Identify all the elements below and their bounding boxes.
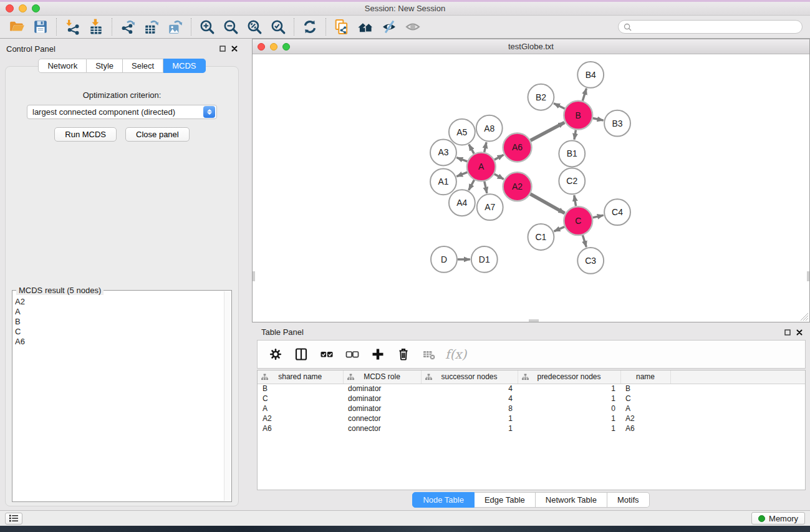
column-header-name[interactable]: name [620,370,670,384]
tab-mcds[interactable]: MCDS [163,59,205,73]
graph-node-D1[interactable]: D1 [471,246,498,273]
table-cell[interactable]: dominator [343,404,421,414]
graph-node-C[interactable]: C [564,206,592,235]
table-cell[interactable]: A [620,404,670,414]
home-button[interactable] [354,17,377,36]
table-cell[interactable]: 1 [421,414,518,423]
close-panel-icon[interactable] [796,329,803,336]
mcds-result-item[interactable]: A2 [15,297,224,307]
table-row[interactable]: Adominator80A [258,404,805,414]
delete-table-button[interactable] [417,344,440,365]
save-session-button[interactable] [29,17,52,36]
network-canvas[interactable]: B4B2BB3A5A8A6B1A3AA1C2A2A4A7C4CC1C3DD1 [253,54,809,322]
graph-node-B2[interactable]: B2 [528,84,554,110]
table-row[interactable]: A6connector11A6 [258,423,805,433]
refresh-button[interactable] [298,17,322,36]
export-image-button[interactable] [163,17,187,36]
tab-select[interactable]: Select [123,59,163,73]
table-row[interactable]: Bdominator41B [258,384,805,394]
graph-node-C2[interactable]: C2 [559,168,585,194]
canvas-scrollbar-right[interactable] [807,271,809,281]
optimization-criterion-select[interactable]: largest connected component (directed) [27,105,217,119]
table-cell[interactable]: 1 [518,423,620,433]
graph-edge-A-A2[interactable] [494,174,504,179]
graph-edge-B-B3[interactable] [593,118,604,120]
mcds-result-item[interactable]: A [15,307,224,317]
zoom-out-button[interactable] [219,17,243,36]
memory-button[interactable]: Memory [751,512,805,525]
graph-edge-A-A4[interactable] [469,180,475,190]
graph-node-C3[interactable]: C3 [577,248,604,274]
graph-node-B1[interactable]: B1 [559,141,585,167]
tab-motifs[interactable]: Motifs [607,492,650,508]
graph-node-C4[interactable]: C4 [604,199,630,225]
graph-edge-C-C1[interactable] [554,227,564,231]
table-cell[interactable]: 1 [518,394,620,404]
table-cell[interactable]: dominator [343,394,421,404]
graph-node-B4[interactable]: B4 [577,62,604,88]
export-table-button[interactable] [140,17,163,36]
table-cell[interactable]: dominator [343,384,421,394]
table-cell[interactable]: B [620,384,670,394]
graph-edge-A-A3[interactable] [456,158,467,162]
graph-edge-B-B4[interactable] [582,89,586,101]
table-cell[interactable]: 4 [421,384,518,394]
graph-node-A8[interactable]: A8 [476,115,503,142]
run-mcds-button[interactable]: Run MCDS [54,127,117,142]
table-row[interactable]: A2connector11A2 [258,414,805,423]
hide-details-button[interactable] [377,17,401,36]
graph-node-B[interactable]: B [564,101,592,130]
table-row[interactable]: Cdominator41C [258,394,805,404]
select-all-columns-button[interactable] [315,344,338,365]
show-details-button[interactable] [401,17,425,36]
float-panel-icon[interactable] [784,329,791,336]
table-cell[interactable]: 1 [518,414,620,423]
unselect-all-columns-button[interactable] [340,344,364,365]
tab-style[interactable]: Style [87,59,123,73]
search-input[interactable] [635,22,797,31]
tab-network-table[interactable]: Network Table [536,492,607,508]
close-panel-icon[interactable] [231,46,238,52]
close-panel-button[interactable]: Close panel [125,127,190,142]
column-header-shared-name[interactable]: shared name [258,370,343,384]
table-cell[interactable]: 4 [421,394,518,404]
task-history-button[interactable] [5,513,22,525]
search-field[interactable] [618,20,803,34]
graph-node-B3[interactable]: B3 [604,110,630,137]
graph-edge-A-A8[interactable] [485,142,486,152]
table-cell[interactable]: A2 [258,414,343,423]
table-cell[interactable]: 8 [421,404,518,414]
mcds-result-item[interactable]: C [15,327,224,337]
graph-node-A3[interactable]: A3 [430,140,456,166]
table-cell[interactable]: 1 [518,384,620,394]
graph-edge-A-A6[interactable] [494,155,504,160]
table-cell[interactable]: 0 [518,404,620,414]
tab-node-table[interactable]: Node Table [412,492,475,508]
table-cell[interactable]: 1 [421,423,518,433]
tab-network[interactable]: Network [38,59,87,73]
table-cell[interactable]: C [620,394,670,404]
table-cell[interactable]: C [258,394,343,404]
graph-edge-C-C3[interactable] [582,235,586,247]
graph-node-A6[interactable]: A6 [503,133,532,162]
table-cell[interactable]: connector [343,423,421,433]
resize-grip-icon[interactable] [800,312,809,321]
table-cell[interactable]: connector [343,414,421,423]
graph-node-A2[interactable]: A2 [503,172,532,201]
function-builder-button[interactable]: f(x) [445,347,466,362]
column-header-MCDS-role[interactable]: MCDS role [343,370,421,384]
graph-node-A1[interactable]: A1 [430,168,456,195]
graph-edge-A6-B[interactable] [531,122,565,140]
mcds-result-scrollbar[interactable] [224,291,231,501]
copy-network-view-button[interactable] [330,17,354,36]
table-cell[interactable]: A6 [258,423,343,433]
export-network-button[interactable] [116,17,140,36]
table-cell[interactable]: A6 [620,423,670,433]
table-cell[interactable]: A2 [620,414,670,423]
graph-edge-A-A5[interactable] [469,145,474,154]
graph-node-A4[interactable]: A4 [449,190,475,216]
import-network-button[interactable] [60,17,84,36]
graph-node-C1[interactable]: C1 [528,224,554,250]
show-column-button[interactable] [289,344,312,365]
zoom-selected-button[interactable] [266,17,290,36]
